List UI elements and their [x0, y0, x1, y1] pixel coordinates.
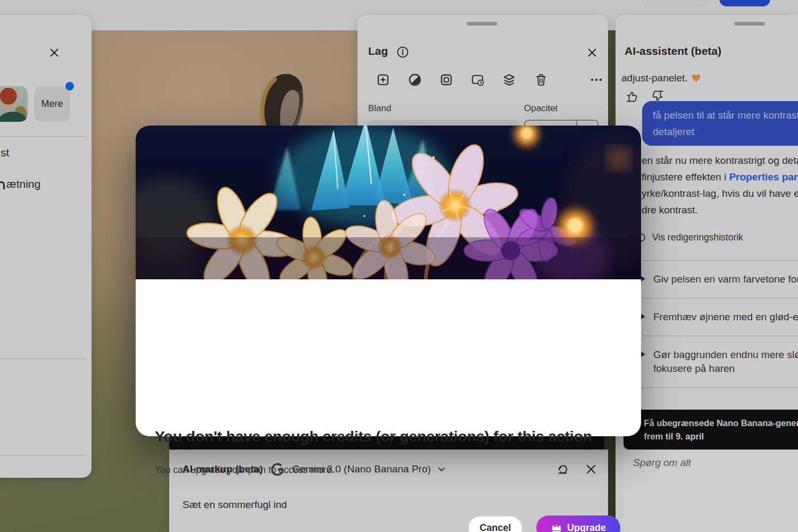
modal-body-text: You can upgrade your plan to access more… — [155, 464, 334, 476]
credits-modal: You don't have enough credits (or genera… — [136, 126, 641, 436]
cancel-button[interactable]: Cancel — [468, 516, 523, 532]
upgrade-button[interactable]: Upgrade — [536, 516, 620, 532]
crystal-flowers-image — [136, 126, 641, 279]
crown-icon — [551, 522, 562, 532]
modal-title: You don't have enough credits (or genera… — [155, 428, 592, 445]
